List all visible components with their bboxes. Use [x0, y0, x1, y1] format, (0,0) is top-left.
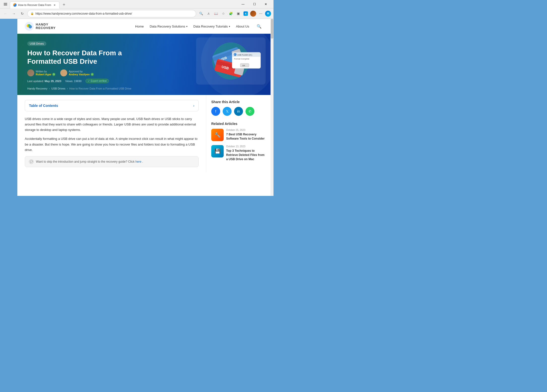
address-bar[interactable]: 🔒 https://www.handyrecovery.com/recover-… — [27, 10, 196, 17]
category-badge[interactable]: USB Drives — [27, 41, 46, 46]
favorites-icon[interactable]: ☆ — [220, 10, 227, 17]
url-text: https://www.handyrecovery.com/recover-da… — [35, 12, 132, 15]
logo-recovery: RECOVERY — [36, 26, 56, 30]
svg-text:OK: OK — [242, 64, 245, 67]
tab-bar: How to Recover Data From a For ✕ + — [10, 0, 67, 8]
social-icons: f 𝕏 in ✆ — [211, 107, 266, 116]
profile-icon[interactable] — [250, 10, 257, 17]
active-tab[interactable]: How to Recover Data From a For ✕ — [10, 1, 60, 8]
related-articles-title: Related Articles — [211, 122, 266, 126]
copilot-icon[interactable]: E — [242, 10, 249, 17]
article-paragraph-1: USB drives come in a wide range of style… — [25, 116, 199, 133]
jump-here-link[interactable]: here — [135, 160, 141, 163]
site-header: HANDY RECOVERY Home Data Recovery Soluti… — [17, 19, 271, 34]
nav-home[interactable]: Home — [135, 25, 144, 28]
breadcrumb-home[interactable]: Handy Recovery — [27, 87, 47, 90]
svg-rect-2 — [4, 5, 7, 5]
usb-illustration-svg: USB USB i USB FLASH (H:) Format Complete — [196, 39, 266, 83]
extensions-icon[interactable]: 🧩 — [227, 10, 234, 17]
last-updated-text: Last updated: May 29, 2023 — [27, 80, 61, 83]
linkedin-share-button[interactable]: in — [234, 107, 243, 116]
related-article-1: 🔧 October 25, 2023 7 Best USB Recovery S… — [211, 129, 266, 141]
logo-handy: HANDY — [36, 23, 56, 26]
share-title: Share this Article — [211, 100, 266, 104]
search-icon[interactable]: 🔍 — [255, 22, 263, 30]
site-wrapper: HANDY RECOVERY Home Data Recovery Soluti… — [17, 19, 271, 196]
author-name-andrey: Andrey Vasilyev ✓ — [69, 73, 93, 76]
jump-notice: 💬 Want to skip the introduction and jump… — [25, 156, 199, 167]
author-approved-badge: ✓ — [91, 73, 94, 76]
nav-solutions[interactable]: Data Recovery Solutions ▾ — [150, 25, 187, 28]
nav-tutorials[interactable]: Data Recovery Tutorials ▾ — [193, 25, 230, 28]
author-written-info: Written by Robert Agar ℹ — [36, 70, 55, 76]
article-body: Table of Contents › USB drives come in a… — [17, 95, 206, 172]
tab-close-button[interactable]: ✕ — [53, 3, 56, 7]
new-tab-button[interactable]: + — [61, 1, 67, 8]
chevron-down-icon: ▾ — [186, 25, 187, 28]
browser-toolbar: ← → ↻ 🔒 https://www.handyrecovery.com/re… — [0, 8, 274, 19]
svg-text:i: i — [234, 54, 234, 56]
author-name-robert: Robert Agar ℹ — [36, 73, 55, 76]
toolbar-actions: 🔍 𝐴 📖 ☆ 🧩 ▣ E ⋯ M — [198, 10, 272, 17]
hero-section: USB Drives How to Recover Data From a Fo… — [17, 34, 271, 95]
check-icon: ✓ — [88, 80, 90, 82]
logo-text: HANDY RECOVERY — [36, 23, 56, 30]
breadcrumb-category[interactable]: USB Drives — [51, 87, 65, 90]
related-date-2: October 13, 2023 — [226, 145, 266, 148]
expert-verified-badge: ✓ Expert verified — [86, 79, 109, 83]
logo[interactable]: HANDY RECOVERY — [25, 22, 56, 31]
breadcrumb-sep-2: › — [67, 87, 68, 90]
related-article-1-info: October 25, 2023 7 Best USB Recovery Sof… — [226, 129, 266, 141]
svg-rect-0 — [4, 3, 7, 3]
article-paragraph-2: Accidentally formatting a USB drive can … — [25, 136, 199, 152]
whatsapp-share-button[interactable]: ✆ — [245, 107, 254, 116]
author-avatar-andrey — [60, 69, 67, 76]
related-date-1: October 25, 2023 — [226, 129, 266, 131]
edge-sidebar-icon[interactable]: M — [265, 10, 272, 17]
meta-row: Last updated: May 29, 2023 Views: 19690 … — [27, 79, 156, 83]
related-article-2: 💾 October 13, 2023 Top 3 Techniques to R… — [211, 145, 266, 161]
svg-rect-1 — [4, 4, 7, 4]
svg-text:Format Complete: Format Complete — [234, 58, 249, 60]
forward-button[interactable]: → — [10, 10, 17, 17]
related-link-1[interactable]: 7 Best USB Recovery Software Tools to Co… — [226, 132, 266, 141]
scrollbar[interactable] — [271, 19, 274, 196]
refresh-button[interactable]: ↻ — [19, 10, 26, 17]
related-thumb-1: 🔧 — [211, 129, 224, 141]
breadcrumb-current: How to Recover Data From a Formatted USB… — [69, 87, 131, 90]
related-article-2-info: October 13, 2023 Top 3 Techniques to Ret… — [226, 145, 266, 161]
browser-view-icon[interactable]: ▣ — [235, 10, 242, 17]
back-button[interactable]: ← — [2, 10, 9, 17]
scrollbar-thumb[interactable] — [271, 19, 273, 39]
maximize-button[interactable]: ☐ — [249, 0, 260, 8]
views-text: Views: 19690 — [65, 80, 82, 83]
immersive-reader-icon[interactable]: 📖 — [213, 10, 219, 17]
approved-by-label: Approved by — [69, 70, 93, 73]
minimize-button[interactable]: — — [237, 0, 249, 8]
toc-title: Table of Contents — [29, 104, 58, 108]
site-nav: Home Data Recovery Solutions ▾ Data Reco… — [135, 22, 263, 30]
twitter-share-button[interactable]: 𝕏 — [223, 107, 232, 116]
hero-content: USB Drives How to Recover Data From a Fo… — [27, 41, 156, 83]
nav-about[interactable]: About Us — [236, 25, 249, 28]
window-left: How to Recover Data From a For ✕ + — [2, 0, 67, 8]
read-aloud-icon[interactable]: 𝐴 — [205, 10, 212, 17]
related-thumb-2: 💾 — [211, 145, 224, 157]
lock-icon: 🔒 — [30, 12, 34, 15]
svg-point-6 — [28, 24, 30, 26]
main-content: Table of Contents › USB drives come in a… — [17, 95, 271, 172]
article-title: How to Recover Data From a Formatted USB… — [27, 49, 156, 65]
sidebar-toggle[interactable] — [2, 1, 9, 8]
table-of-contents[interactable]: Table of Contents › — [25, 100, 199, 111]
sidebar-right: Share this Article f 𝕏 in ✆ Related Arti… — [206, 95, 271, 172]
author-written-by: Written by Robert Agar ℹ — [27, 69, 55, 76]
search-toolbar-icon[interactable]: 🔍 — [198, 10, 205, 17]
hero-illustration: USB USB i USB FLASH (H:) Format Complete — [196, 37, 266, 85]
tab-favicon — [13, 3, 17, 7]
related-link-2[interactable]: Top 3 Techniques to Retrieve Deleted Fil… — [226, 149, 266, 161]
facebook-share-button[interactable]: f — [211, 107, 220, 116]
more-options-icon[interactable]: ⋯ — [257, 10, 264, 17]
svg-text:USB FLASH (H:): USB FLASH (H:) — [237, 54, 252, 56]
close-button[interactable]: ✕ — [260, 0, 272, 8]
jump-text: Want to skip the introduction and jump s… — [36, 160, 143, 163]
